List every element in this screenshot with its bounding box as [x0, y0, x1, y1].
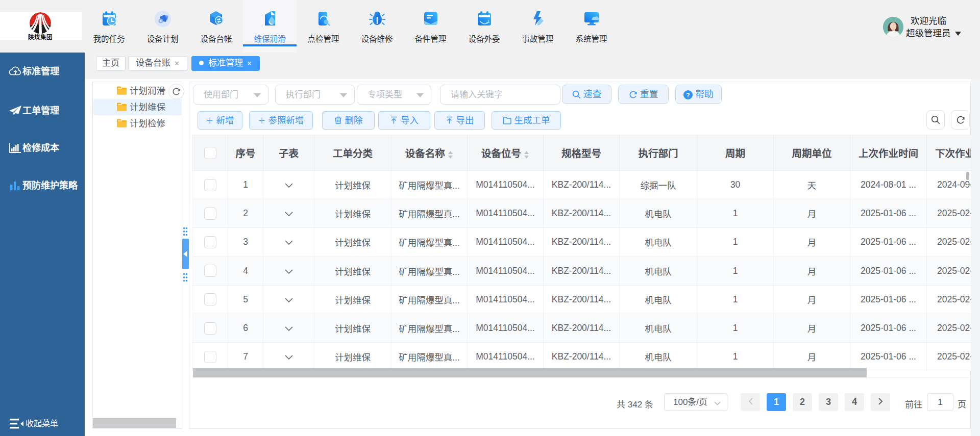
svg-text:?: ? — [686, 92, 690, 99]
svg-text:陕煤集团: 陕煤集团 — [28, 34, 53, 40]
